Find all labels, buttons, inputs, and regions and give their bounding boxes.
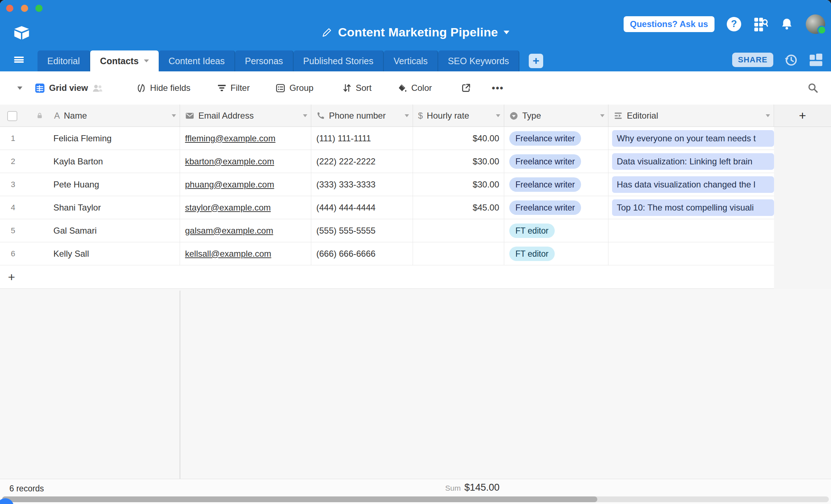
email-link[interactable]: staylor@example.com bbox=[185, 203, 271, 213]
minimize-window-button[interactable] bbox=[21, 5, 28, 12]
horizontal-scrollbar-thumb[interactable] bbox=[2, 496, 597, 502]
column-label: Editorial bbox=[627, 111, 764, 121]
type-pill[interactable]: FT editor bbox=[509, 224, 555, 238]
column-header-editorial[interactable]: Editorial bbox=[608, 105, 774, 127]
type-pill[interactable]: Freelance writer bbox=[509, 131, 581, 146]
airtable-logo[interactable] bbox=[13, 25, 30, 40]
group-button[interactable]: Group bbox=[276, 83, 313, 93]
phone-cell[interactable]: (555) 555-5555 bbox=[311, 219, 413, 242]
filter-button[interactable]: Filter bbox=[217, 83, 250, 93]
editorial-cell[interactable]: Top 10: The most compelling visuali bbox=[608, 196, 774, 219]
questions-ask-us-button[interactable]: Questions? Ask us bbox=[624, 16, 715, 32]
editorial-linked-record-pill[interactable]: Has data visualization changed the l bbox=[612, 176, 774, 193]
email-cell[interactable]: staylor@example.com bbox=[180, 196, 311, 219]
email-link[interactable]: galsam@example.com bbox=[185, 226, 273, 236]
notifications-bell-icon[interactable] bbox=[780, 17, 793, 31]
share-button[interactable]: SHARE bbox=[732, 53, 773, 67]
frozen-column-divider[interactable] bbox=[180, 291, 180, 504]
tab-contacts[interactable]: Contacts bbox=[90, 50, 159, 71]
view-switcher[interactable]: Grid view bbox=[35, 83, 103, 93]
name-cell[interactable]: 2Kayla Barton bbox=[0, 150, 180, 173]
user-avatar[interactable] bbox=[806, 14, 825, 34]
type-pill[interactable]: Freelance writer bbox=[509, 200, 581, 215]
hourly-rate-cell[interactable]: $30.00 bbox=[413, 150, 504, 173]
hourly-rate-cell[interactable] bbox=[413, 219, 504, 242]
hide-fields-button[interactable]: Hide fields bbox=[136, 83, 190, 93]
column-header-type[interactable]: Type bbox=[504, 105, 608, 127]
type-cell[interactable]: Freelance writer bbox=[504, 127, 608, 150]
email-link[interactable]: kbarton@example.com bbox=[185, 156, 274, 167]
email-cell[interactable]: ffleming@example.com bbox=[180, 127, 311, 150]
tab-verticals[interactable]: Verticals bbox=[384, 50, 438, 71]
editorial-cell[interactable] bbox=[608, 219, 774, 242]
email-link[interactable]: phuang@example.com bbox=[185, 180, 274, 190]
editorial-linked-record-pill[interactable]: Data visualization: Linking left brain bbox=[612, 153, 774, 170]
hourly-rate-summary[interactable]: Sum $145.00 bbox=[413, 482, 500, 493]
tab-content-ideas[interactable]: Content Ideas bbox=[159, 50, 235, 71]
help-icon[interactable]: ? bbox=[727, 17, 741, 31]
tab-personas[interactable]: Personas bbox=[235, 50, 294, 71]
phone-cell[interactable]: (111) 111-1111 bbox=[311, 127, 413, 150]
type-pill[interactable]: Freelance writer bbox=[509, 154, 581, 169]
type-cell[interactable]: FT editor bbox=[504, 219, 608, 242]
history-icon[interactable] bbox=[784, 53, 798, 67]
add-record-row[interactable]: + bbox=[0, 265, 774, 289]
row-number: 3 bbox=[6, 173, 20, 196]
column-header-email-address[interactable]: Email Address bbox=[180, 105, 311, 127]
editorial-cell[interactable]: Why everyone on your team needs t bbox=[608, 127, 774, 150]
type-cell[interactable]: Freelance writer bbox=[504, 173, 608, 196]
add-field-button[interactable]: + bbox=[774, 105, 831, 127]
email-link[interactable]: kellsall@example.com bbox=[185, 249, 271, 259]
editorial-cell[interactable] bbox=[608, 242, 774, 265]
email-cell[interactable]: phuang@example.com bbox=[180, 173, 311, 196]
column-header-name[interactable]: AName bbox=[0, 105, 180, 127]
sidebar-menu-icon[interactable] bbox=[0, 48, 38, 71]
editorial-cell[interactable]: Has data visualization changed the l bbox=[608, 173, 774, 196]
horizontal-scrollbar-track[interactable] bbox=[2, 496, 829, 502]
tab-published-stories[interactable]: Published Stories bbox=[294, 50, 384, 71]
add-table-button[interactable]: + bbox=[529, 54, 543, 68]
name-cell[interactable]: 5Gal Samari bbox=[0, 219, 180, 242]
type-cell[interactable]: FT editor bbox=[504, 242, 608, 265]
type-cell[interactable]: Freelance writer bbox=[504, 150, 608, 173]
name-cell[interactable]: 6Kelly Sall bbox=[0, 242, 180, 265]
hourly-rate-cell[interactable]: $45.00 bbox=[413, 196, 504, 219]
more-options-button[interactable]: ••• bbox=[492, 83, 504, 94]
zoom-window-button[interactable] bbox=[35, 5, 43, 12]
tab-seo-keywords[interactable]: SEO Keywords bbox=[438, 50, 520, 71]
email-link[interactable]: ffleming@example.com bbox=[185, 133, 276, 143]
base-title-control[interactable]: Content Marketing Pipeline bbox=[321, 25, 509, 39]
hourly-rate-cell[interactable]: $30.00 bbox=[413, 173, 504, 196]
share-view-icon[interactable] bbox=[461, 83, 471, 93]
view-sidebar-caret-icon[interactable] bbox=[17, 87, 22, 90]
color-button[interactable]: Color bbox=[397, 83, 432, 93]
sort-button[interactable]: Sort bbox=[342, 83, 371, 93]
editorial-cell[interactable]: Data visualization: Linking left brain bbox=[608, 150, 774, 173]
name-cell[interactable]: 4Shani Taylor bbox=[0, 196, 180, 219]
name-cell[interactable]: 3Pete Huang bbox=[0, 173, 180, 196]
marketplace-icon[interactable] bbox=[753, 17, 768, 31]
name-cell[interactable]: 1Felicia Fleming bbox=[0, 127, 180, 150]
hourly-rate-cell[interactable] bbox=[413, 242, 504, 265]
apps-blocks-icon[interactable] bbox=[809, 53, 823, 67]
tab-editorial[interactable]: Editorial bbox=[38, 50, 90, 71]
hourly-rate-cell[interactable]: $40.00 bbox=[413, 127, 504, 150]
column-header-hourly-rate[interactable]: $Hourly rate bbox=[413, 105, 504, 127]
phone-cell[interactable]: (333) 333-3333 bbox=[311, 173, 413, 196]
close-window-button[interactable] bbox=[6, 5, 13, 12]
type-pill[interactable]: FT editor bbox=[509, 247, 555, 261]
column-header-phone-number[interactable]: Phone number bbox=[311, 105, 413, 127]
phone-cell[interactable]: (222) 222-2222 bbox=[311, 150, 413, 173]
row-number: 2 bbox=[6, 150, 20, 173]
email-cell[interactable]: kellsall@example.com bbox=[180, 242, 311, 265]
type-pill[interactable]: Freelance writer bbox=[509, 177, 581, 192]
editorial-linked-record-pill[interactable]: Top 10: The most compelling visuali bbox=[612, 199, 774, 216]
email-cell[interactable]: galsam@example.com bbox=[180, 219, 311, 242]
phone-cell[interactable]: (444) 444-4444 bbox=[311, 196, 413, 219]
select-all-checkbox[interactable] bbox=[7, 111, 17, 121]
phone-cell[interactable]: (666) 666-6666 bbox=[311, 242, 413, 265]
email-cell[interactable]: kbarton@example.com bbox=[180, 150, 311, 173]
editorial-linked-record-pill[interactable]: Why everyone on your team needs t bbox=[612, 130, 774, 147]
search-icon[interactable] bbox=[807, 82, 819, 94]
type-cell[interactable]: Freelance writer bbox=[504, 196, 608, 219]
